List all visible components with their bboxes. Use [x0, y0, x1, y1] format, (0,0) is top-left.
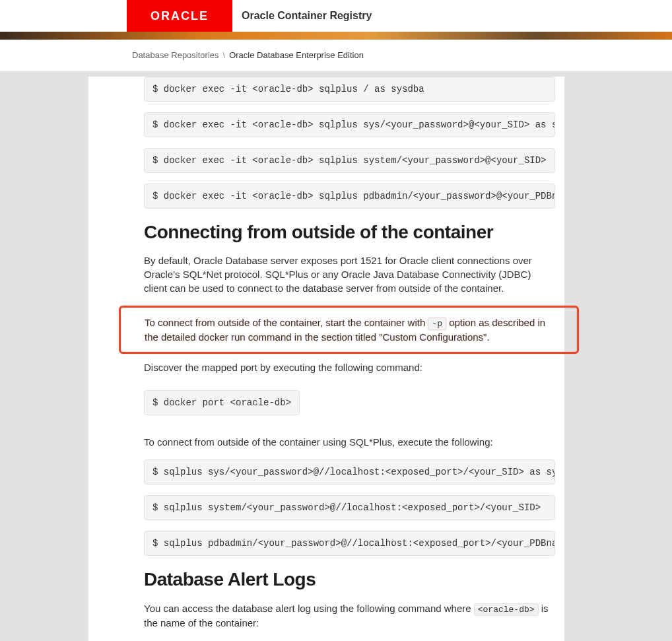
code-block: $ docker exec -it <oracle-db> sqlplus pd… — [144, 184, 555, 209]
inline-code: <oracle-db> — [474, 603, 539, 616]
banner-strip — [0, 32, 672, 40]
paragraph: To connect from outside of the container… — [145, 316, 554, 344]
breadcrumb-parent-link[interactable]: Database Repositories — [132, 50, 219, 60]
code-block: $ docker exec -it <oracle-db> sqlplus sy… — [144, 148, 555, 173]
code-block: $ docker port <oracle-db> — [144, 390, 300, 415]
code-block: $ docker exec -it <oracle-db> sqlplus / … — [144, 77, 555, 102]
paragraph: By default, Oracle Database server expos… — [144, 253, 555, 295]
text: You can access the database alert log us… — [144, 603, 474, 614]
breadcrumb-current: Oracle Database Enterprise Edition — [229, 50, 364, 60]
text: To connect from outside of the container… — [145, 317, 428, 328]
paragraph: To connect from outside of the container… — [144, 435, 555, 449]
code-block: $ sqlplus sys/<your_password>@//localhos… — [144, 459, 555, 485]
inline-code: -p — [428, 318, 446, 330]
oracle-logo: ORACLE — [127, 0, 232, 32]
breadcrumb-separator: \ — [223, 50, 226, 60]
paragraph: Discover the mapped port by executing th… — [144, 360, 555, 374]
top-bar: ORACLE Oracle Container Registry — [0, 0, 672, 32]
page-panel: $ docker exec -it <oracle-db> sqlplus / … — [88, 77, 565, 641]
section-heading-connecting: Connecting from outside of the container — [144, 222, 555, 243]
code-block: $ docker exec -it <oracle-db> sqlplus sy… — [144, 112, 555, 137]
breadcrumb: Database Repositories \ Oracle Database … — [0, 40, 672, 71]
paragraph: You can access the database alert log us… — [144, 601, 555, 630]
code-block: $ sqlplus system/<your_password>@//local… — [144, 495, 555, 520]
section-heading-alert-logs: Database Alert Logs — [144, 569, 555, 590]
product-title: Oracle Container Registry — [232, 0, 372, 32]
code-block: $ sqlplus pdbadmin/<your_password>@//loc… — [144, 531, 555, 556]
highlight-box: To connect from outside of the container… — [119, 306, 579, 354]
